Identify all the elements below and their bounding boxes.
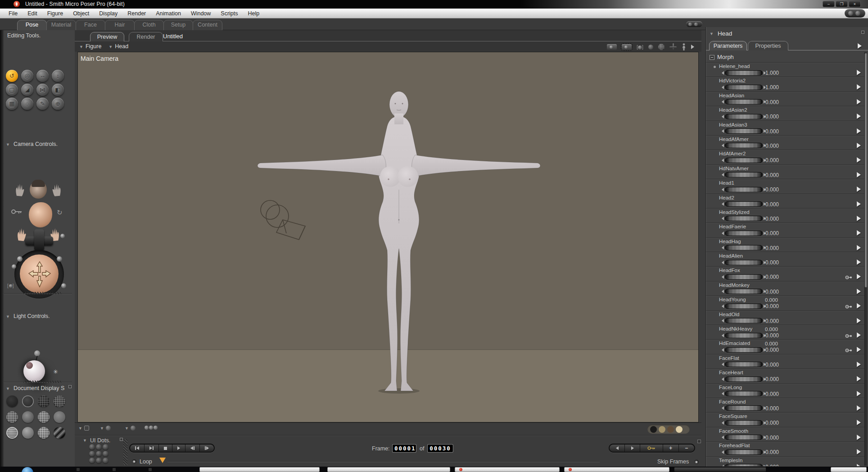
dial-track[interactable] [725, 172, 763, 177]
dial-track[interactable] [725, 260, 763, 265]
dial-decrement-icon[interactable] [722, 392, 724, 395]
morph-dial[interactable] [722, 84, 766, 90]
move-camera-hand-right-icon[interactable] [50, 183, 62, 197]
light-knob-icon[interactable] [26, 362, 33, 369]
menu-item-figure[interactable]: Figure [42, 9, 68, 18]
morph-dial[interactable] [722, 464, 766, 466]
dial-track[interactable] [725, 362, 763, 367]
display-style-outline-icon[interactable] [22, 395, 34, 407]
display-style-smooth-lined-icon[interactable] [38, 427, 50, 439]
play-button[interactable] [172, 445, 185, 452]
morph-label[interactable]: HeadYoung [719, 297, 746, 302]
morph-value[interactable]: 0.000 [765, 347, 779, 353]
taskbar-app-button[interactable] [455, 467, 560, 472]
pinned-app-icon[interactable] [77, 468, 80, 471]
morph-dial[interactable] [722, 259, 766, 265]
morph-dial[interactable] [722, 128, 766, 134]
morph-dial[interactable] [722, 318, 766, 324]
taskbar-app-button[interactable] [674, 467, 766, 472]
morph-label[interactable]: HeadAlien [719, 253, 743, 259]
ui-dot-button[interactable] [89, 444, 95, 450]
morph-label[interactable]: HeadFox [719, 268, 740, 273]
maximize-button[interactable]: ❐ [836, 1, 848, 7]
scale-tool-icon[interactable]: ▢ [6, 84, 18, 96]
twist-tool-icon[interactable]: ◎ [21, 70, 33, 82]
dial-track[interactable] [725, 85, 763, 90]
morph-options-chevron-icon[interactable] [857, 84, 861, 90]
morph-options-chevron-icon[interactable] [857, 289, 861, 294]
room-tab-hair[interactable]: Hair [105, 20, 135, 30]
dial-decrement-icon[interactable] [722, 304, 724, 308]
room-tab-cloth[interactable]: Cloth [134, 20, 164, 30]
display-style-texture-shaded-icon[interactable] [54, 427, 65, 439]
room-tab-setup[interactable]: Setup [163, 20, 193, 30]
dial-track[interactable] [725, 377, 763, 382]
step-forward-button[interactable] [200, 445, 214, 452]
dial-track[interactable] [725, 347, 763, 353]
morph-label[interactable]: FaceHeart [719, 370, 743, 375]
light-flash-icon[interactable]: ✳ [53, 368, 58, 375]
morph-value[interactable]: 0.000 [765, 245, 779, 251]
dial-decrement-icon[interactable] [722, 188, 724, 191]
chevron-right-icon[interactable] [691, 45, 694, 49]
morph-label[interactable]: HeadStylized [719, 209, 750, 215]
dial-decrement-icon[interactable] [722, 144, 724, 147]
morph-options-chevron-icon[interactable] [857, 391, 861, 396]
morph-dial[interactable] [722, 289, 766, 295]
morph-label[interactable]: HeadOld [719, 312, 739, 317]
minimize-button[interactable]: – [823, 1, 835, 7]
morph-label[interactable]: HeadAsian [719, 93, 744, 98]
morph-label[interactable]: HeadAsian2 [719, 107, 747, 113]
color-tool-icon[interactable]: ◧ [52, 84, 64, 96]
stop-button[interactable] [159, 445, 172, 452]
dial-decrement-icon[interactable] [722, 436, 724, 439]
color-swatch-0[interactable] [650, 426, 657, 433]
morph-dial[interactable] [722, 435, 766, 440]
room-tab-material[interactable]: Material [46, 20, 76, 30]
light-indicator-icon[interactable] [34, 350, 40, 356]
morph-dial[interactable] [722, 201, 766, 207]
dial-track[interactable] [725, 114, 763, 119]
morph-value[interactable]: 0.000 [765, 274, 779, 280]
morph-label[interactable]: HeadNkHeavy [719, 326, 752, 331]
shaded-sphere-icon[interactable] [658, 44, 665, 50]
morph-label[interactable]: FaceFlat [719, 355, 739, 361]
morph-value[interactable]: 0.000 [765, 201, 779, 208]
display-style-wireframe-icon[interactable] [54, 395, 65, 407]
ui-dots-collapse-icon[interactable]: ▼ [83, 438, 87, 443]
morph-label[interactable]: HeadAsian3 [719, 122, 747, 127]
dial-track[interactable] [725, 318, 763, 323]
menu-item-object[interactable]: Object [68, 9, 94, 18]
dial-decrement-icon[interactable] [722, 129, 724, 133]
morph-label[interactable]: HdNatvAmer [719, 166, 749, 171]
dial-decrement-icon[interactable] [722, 450, 724, 454]
morph-label[interactable]: FaceSquare [719, 413, 747, 419]
morph-dial[interactable] [722, 391, 766, 397]
ui-dot-button[interactable] [96, 444, 102, 450]
morph-dial[interactable] [722, 449, 766, 455]
figure-icon[interactable] [682, 43, 686, 51]
morph-dial[interactable] [722, 157, 766, 163]
camera-controls-collapse-icon[interactable]: ▼ [6, 142, 10, 147]
morph-dial[interactable] [722, 332, 766, 338]
light-controls-collapse-icon[interactable]: ▼ [6, 314, 10, 319]
display-style-flat-shaded-icon[interactable] [22, 411, 34, 423]
morph-dial[interactable] [722, 216, 766, 222]
morph-dial[interactable] [722, 143, 766, 149]
taskbar-app-button[interactable] [327, 467, 450, 472]
display-style-hidden-line-icon[interactable] [6, 411, 18, 423]
panel-scrollbar[interactable] [864, 52, 867, 466]
morph-value[interactable]: 0.000 [765, 128, 779, 135]
tracking-mode-icon[interactable] [146, 426, 158, 430]
camera-dot-icon[interactable] [61, 283, 66, 288]
morph-options-chevron-icon[interactable] [857, 245, 861, 250]
display-style-flat-lined-icon[interactable] [38, 411, 50, 423]
scrollbar-thumb[interactable] [865, 53, 867, 287]
dolly-camera-vertical-icon[interactable] [34, 229, 44, 251]
morph-label[interactable]: HeadAfAmer [719, 136, 749, 142]
morph-options-chevron-icon[interactable] [857, 318, 861, 323]
preview-canvas[interactable]: Main Camera [77, 52, 699, 422]
room-tab-face[interactable]: Face [76, 20, 105, 30]
morph-label[interactable]: Head2 [719, 195, 734, 200]
direct-manipulation-tool-icon[interactable]: ⊕ [52, 98, 64, 110]
